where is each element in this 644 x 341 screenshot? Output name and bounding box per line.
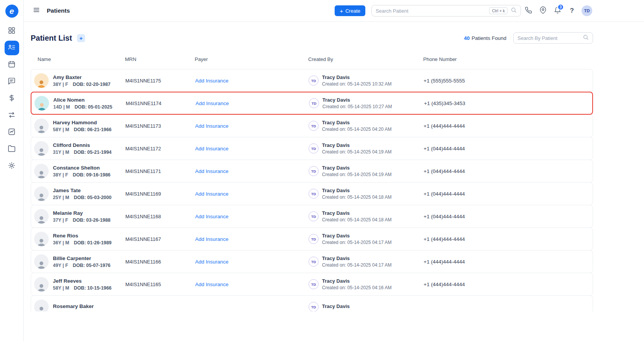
patient-dob: DOB: 10-15-1966 [74, 285, 112, 291]
patient-name: Amy Baxter [53, 74, 110, 80]
created-on-timestamp: Created on: 05-14-2025 10:27 AM [322, 104, 392, 109]
creator-initials-badge: TD [309, 98, 319, 108]
patient-row[interactable]: Amy Baxter 38Y | F DOB: 02-20-1987 M4IS1… [31, 69, 593, 92]
patient-row[interactable]: Clifford Dennis 31Y | M DOB: 05-21-1994 … [31, 137, 593, 160]
app-logo: e [5, 5, 18, 18]
patient-row[interactable]: Melanie Ray 37Y | F DOB: 03-26-1988 M4IS… [31, 205, 593, 228]
add-insurance-link[interactable]: Add Insurance [195, 78, 228, 84]
patient-row[interactable]: Jeff Reeves 58Y | M DOB: 10-15-1966 M4IS… [31, 273, 593, 296]
patient-name-cell: Constance Shelton 38Y | F DOB: 09-16-198… [34, 164, 125, 178]
patient-phone: +1 (044)444-4444 [424, 214, 593, 219]
column-header-phone: Phone Number [423, 56, 593, 62]
phone-button[interactable] [521, 3, 536, 18]
created-on-timestamp: Created on: 05-14-2025 10:32 AM [322, 81, 391, 87]
patient-name: James Tate [53, 188, 112, 193]
patient-mrn: M4IS1NNE1173 [125, 123, 195, 129]
create-button[interactable]: + Create [335, 5, 365, 16]
creator-name: Tracy Davis [322, 210, 391, 216]
patient-phone: +1 (444)444-4444 [424, 282, 593, 287]
patient-name-cell: Rosemary Baker [34, 300, 125, 311]
patient-name-cell: James Tate 25Y | M DOB: 05-03-2000 [34, 186, 125, 201]
list-search [513, 32, 593, 44]
creator-name: Tracy Davis [322, 97, 392, 103]
patient-row[interactable]: Rosemary Baker TD Tracy Davis [31, 295, 593, 311]
add-patient-button[interactable]: + [77, 34, 85, 42]
created-by-cell: TD Tracy Davis Created on: 05-14-2025 10… [309, 97, 424, 109]
patient-mrn: M4IS1NNE1174 [126, 100, 196, 106]
messages-icon [8, 77, 16, 87]
help-icon: ? [570, 7, 574, 15]
patient-mrn: M4IS1NNE1172 [125, 146, 195, 152]
creator-name: Tracy Davis [322, 120, 391, 125]
add-insurance-link[interactable]: Add Insurance [195, 259, 228, 265]
sidebar-item-billing[interactable] [5, 91, 19, 106]
patient-dob: DOB: 05-03-2000 [74, 195, 112, 200]
created-by-cell: TD Tracy Davis Created on: 05-14-2025 04… [309, 165, 424, 177]
patient-name: Rosemary Baker [53, 303, 94, 309]
created-by-cell: TD Tracy Davis Created on: 05-14-2025 04… [309, 278, 424, 290]
created-on-timestamp: Created on: 05-14-2025 04:20 AM [322, 127, 391, 132]
patient-avatar [34, 209, 49, 224]
creator-name: Tracy Davis [322, 278, 391, 284]
patient-row[interactable]: Constance Shelton 38Y | F DOB: 09-16-198… [31, 160, 593, 183]
patient-mrn: M4IS1NNE1169 [125, 191, 195, 197]
patient-mrn: M4IS1NNE1168 [125, 214, 195, 219]
patient-dob: DOB: 06-21-1966 [74, 127, 112, 132]
patient-row[interactable]: Harvey Hammond 58Y | M DOB: 06-21-1966 M… [31, 114, 593, 137]
created-on-timestamp: Created on: 05-14-2025 04:17 AM [322, 262, 391, 268]
dollar-icon [8, 94, 16, 104]
patient-row[interactable]: Billie Carpenter 49Y | F DOB: 05-07-1976… [31, 250, 593, 273]
patient-name: Jeff Reeves [53, 278, 112, 284]
patient-avatar [34, 141, 49, 156]
patient-dob: DOB: 05-21-1994 [74, 150, 112, 155]
sidebar-item-settings[interactable] [5, 159, 19, 173]
sidebar-item-documents[interactable] [5, 142, 19, 156]
patient-name-cell: Clifford Dennis 31Y | M DOB: 05-21-1994 [34, 141, 125, 156]
help-button[interactable]: ? [565, 3, 579, 18]
patient-demographics: 38Y | F [53, 82, 68, 87]
sidebar-item-calendar[interactable] [5, 58, 19, 72]
add-insurance-link[interactable]: Add Insurance [195, 214, 228, 219]
patient-row[interactable]: Rene Rios 36Y | M DOB: 01-26-1989 M4IS1N… [31, 227, 593, 250]
patient-avatar [34, 232, 49, 246]
add-insurance-link[interactable]: Add Insurance [195, 146, 228, 152]
sidebar-item-reports[interactable] [5, 125, 19, 140]
sidebar-item-dashboard[interactable] [5, 24, 19, 38]
notifications-button[interactable]: 3 [550, 3, 565, 18]
add-insurance-link[interactable]: Add Insurance [196, 100, 229, 106]
transfer-arrows-icon [8, 111, 16, 120]
add-insurance-link[interactable]: Add Insurance [195, 282, 228, 287]
sidebar-item-transfers[interactable] [5, 108, 19, 123]
patient-name-cell: Amy Baxter 38Y | F DOB: 02-20-1987 [34, 73, 125, 88]
add-insurance-link[interactable]: Add Insurance [195, 191, 228, 197]
patient-demographics: 14D | M [53, 104, 70, 110]
gear-icon [8, 161, 16, 171]
patient-name-cell: Billie Carpenter 49Y | F DOB: 05-07-1976 [34, 254, 125, 269]
app-title: Patients [47, 7, 70, 14]
calendar-icon [8, 60, 16, 70]
patient-dob: DOB: 02-20-1987 [73, 82, 110, 87]
search-by-patient-input[interactable] [518, 35, 580, 41]
patient-name-cell: Harvey Hammond 58Y | M DOB: 06-21-1966 [34, 119, 125, 133]
created-by-cell: TD Tracy Davis Created on: 05-14-2025 04… [309, 188, 424, 200]
column-header-payer: Payer [195, 56, 308, 62]
add-insurance-link[interactable]: Add Insurance [195, 236, 228, 242]
patient-dob: DOB: 05-01-2025 [74, 104, 112, 110]
patient-demographics: 37Y | F [53, 217, 68, 223]
patient-row[interactable]: Alice Nomen 14D | M DOB: 05-01-2025 M4IS… [31, 92, 593, 115]
creator-initials-badge: TD [309, 189, 319, 199]
add-insurance-link[interactable]: Add Insurance [195, 123, 228, 129]
column-header-mrn: MRN [125, 56, 195, 62]
created-by-cell: TD Tracy Davis Created on: 05-14-2025 04… [309, 233, 424, 245]
patient-name-cell: Melanie Ray 37Y | F DOB: 03-26-1988 [34, 209, 125, 224]
sidebar-item-patients[interactable] [5, 41, 19, 55]
location-button[interactable] [536, 3, 550, 18]
search-patient-input[interactable] [376, 8, 486, 14]
creator-name: Tracy Davis [322, 255, 391, 261]
add-insurance-link[interactable]: Add Insurance [195, 168, 228, 174]
patient-row[interactable]: James Tate 25Y | M DOB: 05-03-2000 M4IS1… [31, 182, 593, 205]
sidebar-item-messages[interactable] [5, 74, 19, 89]
created-on-timestamp: Created on: 05-14-2025 04:18 AM [322, 194, 391, 200]
menu-button[interactable] [31, 5, 42, 16]
user-avatar[interactable]: TD [582, 5, 592, 16]
